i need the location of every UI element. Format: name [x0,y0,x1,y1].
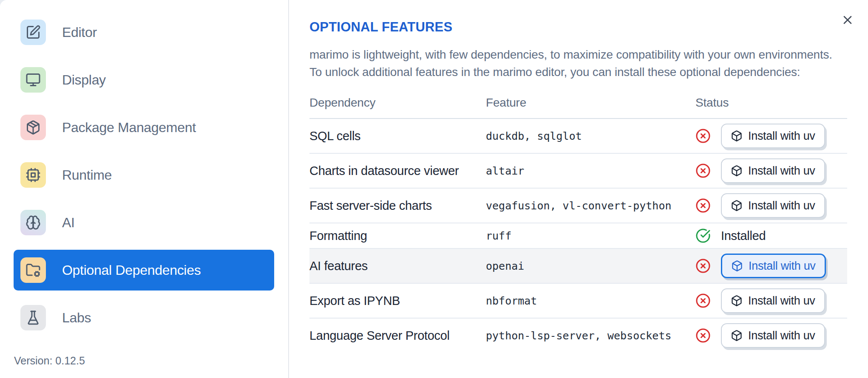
table-row: Language Server Protocol python-lsp-serv… [309,318,847,353]
table-header-row: Dependency Feature Status [309,90,847,118]
optional-features-panel: OPTIONAL FEATURES marimo is lightweight,… [289,0,868,378]
dependency-cell: Language Server Protocol [309,318,486,353]
sidebar-item-ai[interactable]: AI [14,202,274,243]
status-cell: Install with uv [695,248,847,283]
status-cell: Install with uv [695,153,847,188]
monitor-icon [20,67,46,93]
table-row: Export as IPYNB nbformat Install with uv [309,283,847,318]
column-header-dependency: Dependency [309,90,486,118]
box-icon [731,200,743,212]
dependency-cell: Fast server-side charts [309,188,486,223]
status-not-installed-icon [695,328,711,343]
dependency-cell: AI features [309,248,486,283]
status-not-installed-icon [695,198,711,213]
sidebar-item-label: Editor [62,25,97,40]
status-cell: Install with uv [695,188,847,223]
box-icon [731,295,743,307]
install-button-label: Install with uv [748,199,815,212]
box-icon [731,330,743,341]
sidebar-item-display[interactable]: Display [14,59,274,100]
box-icon [731,130,743,142]
feature-cell: python-lsp-server, websockets [486,318,695,353]
status-cell: Installed [695,223,847,248]
page-title: OPTIONAL FEATURES [309,20,848,35]
install-button-label: Install with uv [748,164,815,178]
installed-label: Installed [721,229,766,243]
sidebar: Editor Display Package Management Runtim… [0,0,289,378]
sidebar-item-editor[interactable]: Editor [14,12,274,53]
sidebar-item-runtime[interactable]: Runtime [14,155,274,195]
install-button-label: Install with uv [748,294,815,307]
table-row: SQL cells duckdb, sqlglot Install with u… [309,118,847,153]
table-row: Fast server-side charts vegafusion, vl-c… [309,188,847,223]
box-icon [731,260,743,272]
brain-icon [20,210,46,235]
column-header-feature: Feature [486,90,695,118]
settings-dialog: Editor Display Package Management Runtim… [0,0,868,378]
dependency-cell: SQL cells [309,118,486,153]
version-label: Version: 0.12.5 [14,355,85,367]
status-not-installed-icon [695,258,711,274]
sidebar-item-label: Package Management [62,120,196,135]
box-icon [731,165,743,177]
feature-cell: ruff [486,223,695,248]
feature-cell: altair [486,153,695,188]
sidebar-item-label: AI [62,215,75,231]
install-button-label: Install with uv [748,130,815,143]
install-with-uv-button[interactable]: Install with uv [721,158,825,183]
features-table: Dependency Feature Status SQL cells duck… [309,90,847,353]
install-with-uv-button[interactable]: Install with uv [721,254,826,278]
feature-cell: duckdb, sqlglot [486,118,695,153]
status-cell: Install with uv [695,318,847,353]
table-row: AI features openai Install with uv [309,248,847,283]
status-cell: Install with uv [695,283,847,318]
feature-cell: openai [486,248,695,283]
dependency-cell: Export as IPYNB [309,283,486,318]
table-row: Charts in datasource viewer altair Insta… [309,153,847,188]
install-button-label: Install with uv [749,260,816,273]
sidebar-item-label: Labs [62,310,91,326]
status-not-installed-icon [695,293,711,308]
install-with-uv-button[interactable]: Install with uv [721,288,825,313]
sidebar-nav: Editor Display Package Management Runtim… [14,12,274,338]
package-icon [20,115,46,140]
cpu-icon [20,162,46,188]
column-header-status: Status [695,90,847,118]
install-with-uv-button[interactable]: Install with uv [721,323,825,348]
status-not-installed-icon [695,163,711,178]
dependency-cell: Formatting [309,223,486,248]
flask-icon [20,305,46,330]
status-installed-icon [695,228,711,243]
close-icon [841,13,854,28]
install-with-uv-button[interactable]: Install with uv [721,124,825,148]
sidebar-item-label: Optional Dependencies [62,262,201,278]
install-with-uv-button[interactable]: Install with uv [721,193,825,218]
close-button[interactable] [838,11,857,30]
table-row: Formatting ruff Installed [309,223,847,248]
square-pen-icon [20,20,46,45]
description-line-2: To unlock additional features in the mar… [309,65,800,79]
folder-cog-icon [20,257,46,283]
sidebar-item-optional-dependencies[interactable]: Optional Dependencies [14,250,274,291]
status-cell: Install with uv [695,118,847,153]
features-table-body: SQL cells duckdb, sqlglot Install with u… [309,118,847,353]
page-description: marimo is lightweight, with few dependen… [309,46,848,81]
sidebar-item-label: Display [62,72,106,88]
status-not-installed-icon [695,128,711,144]
install-button-label: Install with uv [748,329,815,342]
feature-cell: vegafusion, vl-convert-python [486,188,695,223]
sidebar-item-labs[interactable]: Labs [14,297,274,338]
description-line-1: marimo is lightweight, with few dependen… [309,48,832,61]
dependency-cell: Charts in datasource viewer [309,153,486,188]
feature-cell: nbformat [486,283,695,318]
sidebar-item-label: Runtime [62,167,112,183]
sidebar-item-package-management[interactable]: Package Management [14,107,274,148]
